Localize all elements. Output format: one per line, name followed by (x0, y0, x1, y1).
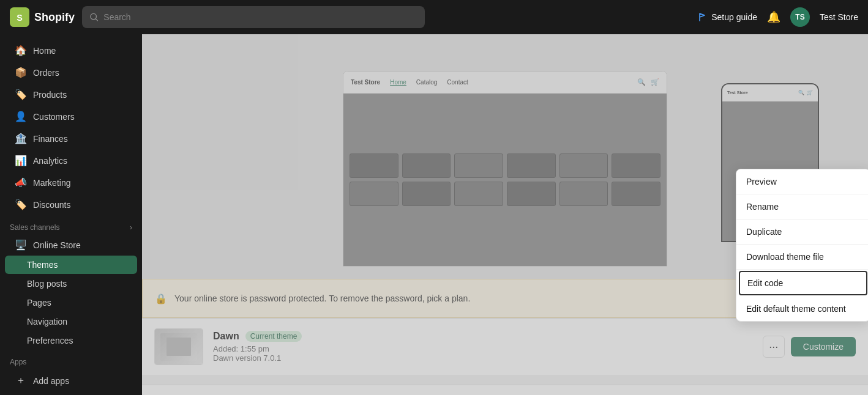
logo[interactable]: S Shopify (10, 7, 75, 27)
svg-text:S: S (17, 13, 23, 23)
search-bar[interactable] (82, 6, 425, 28)
products-icon: 🏷️ (15, 89, 27, 100)
discounts-icon: 🏷️ (15, 199, 27, 210)
download-label: Download theme file (746, 252, 824, 262)
sidebar-item-products[interactable]: 🏷️ Products (5, 84, 137, 105)
marketing-icon: 📣 (15, 177, 27, 188)
sidebar-label-analytics: Analytics (33, 156, 67, 166)
expand-icon[interactable]: › (130, 223, 132, 232)
themes-label: Themes (27, 260, 58, 270)
sidebar-label-discounts: Discounts (33, 200, 70, 210)
search-preview-icon: 🔍 (637, 78, 646, 86)
sidebar-item-marketing[interactable]: 📣 Marketing (5, 172, 137, 193)
nav-home: Home (390, 79, 406, 86)
theme-section: Dawn Current theme Added: 1:55 pm Dawn v… (142, 318, 868, 375)
sidebar-label-marketing: Marketing (33, 178, 70, 188)
sidebar-sub-item-themes[interactable]: Themes (5, 256, 137, 274)
main-layout: 🏠 Home 📦 Orders 🏷️ Products 👤 Customers … (0, 34, 868, 395)
search-icon (89, 12, 99, 22)
sidebar-item-customers[interactable]: 👤 Customers (5, 106, 137, 127)
context-menu-download[interactable]: Download theme file (736, 245, 868, 270)
theme-library-section: Theme library Add theme ▼ (142, 385, 868, 395)
online-store-icon: 🖥️ (15, 239, 27, 251)
context-menu-edit-default[interactable]: Edit default theme content (736, 297, 868, 321)
sidebar-item-finances[interactable]: 🏦 Finances (5, 128, 137, 149)
sidebar-sub-item-blog-posts[interactable]: Blog posts (5, 275, 137, 293)
content-area: Test Store Home Catalog Contact 🔍 🛒 (142, 34, 868, 395)
sidebar-label-customers: Customers (33, 112, 75, 122)
theme-added: Added: 1:55 pm (213, 344, 753, 353)
desktop-preview: Test Store Home Catalog Contact 🔍 🛒 (343, 71, 667, 267)
sidebar-item-online-store[interactable]: 🖥️ Online Store (5, 235, 137, 255)
customize-button[interactable]: Customize (791, 337, 856, 356)
pages-label: Pages (27, 298, 51, 308)
apps-section: Apps (0, 350, 142, 369)
theme-more-button[interactable]: ··· (763, 336, 785, 358)
sales-channels-section: Sales channels › (0, 216, 142, 234)
top-nav-right: Setup guide 🔔 TS Test Store (698, 7, 858, 27)
context-menu-preview[interactable]: Preview (736, 169, 868, 194)
shopify-logo-icon: S (10, 7, 29, 27)
password-message: Your online store is password protected.… (174, 293, 470, 303)
sidebar-sub-item-pages[interactable]: Pages (5, 293, 137, 312)
duplicate-label: Duplicate (746, 227, 782, 237)
sidebar-item-orders[interactable]: 📦 Orders (5, 62, 137, 83)
edit-default-label: Edit default theme content (746, 304, 846, 314)
theme-name-row: Dawn Current theme (213, 331, 753, 342)
sidebar-label-home: Home (33, 46, 56, 56)
finances-icon: 🏦 (15, 133, 27, 144)
sidebar-item-home[interactable]: 🏠 Home (5, 40, 137, 61)
home-icon: 🏠 (15, 45, 27, 56)
sidebar-label-orders: Orders (33, 68, 59, 78)
theme-name: Dawn (213, 331, 239, 342)
search-input[interactable] (103, 12, 417, 22)
browser-bar: Test Store Home Catalog Contact 🔍 🛒 (343, 72, 667, 94)
rename-label: Rename (746, 202, 779, 212)
context-menu-edit-code[interactable]: Edit code (739, 271, 867, 295)
preview-content (343, 94, 667, 266)
svg-line-3 (95, 18, 97, 20)
theme-row: Dawn Current theme Added: 1:55 pm Dawn v… (142, 319, 868, 375)
mobile-browser-bar: Test Store 🔍 🛒 (722, 84, 818, 102)
avatar[interactable]: TS (790, 7, 810, 27)
setup-guide-label: Setup guide (711, 12, 757, 22)
online-store-label: Online Store (33, 240, 81, 250)
top-nav: S Shopify Setup guide 🔔 TS Test Store (0, 0, 868, 34)
blog-posts-label: Blog posts (27, 279, 67, 289)
sidebar-label-products: Products (33, 90, 67, 100)
store-name: Test Store (820, 12, 858, 22)
nav-catalog: Catalog (416, 79, 437, 86)
apps-label: Apps (10, 358, 26, 366)
sidebar-sub-item-preferences[interactable]: Preferences (5, 331, 137, 350)
sidebar: 🏠 Home 📦 Orders 🏷️ Products 👤 Customers … (0, 34, 142, 395)
context-menu: Preview Rename Duplicate Download theme … (736, 169, 868, 322)
lock-icon: 🔒 (155, 293, 167, 305)
nav-contact: Contact (447, 79, 468, 86)
theme-actions: ··· Customize (763, 336, 856, 358)
cart-preview-icon: 🛒 (651, 78, 659, 86)
sidebar-sub-item-navigation[interactable]: Navigation (5, 312, 137, 331)
preferences-label: Preferences (27, 336, 73, 345)
theme-version: Dawn version 7.0.1 (213, 353, 753, 363)
edit-code-label: Edit code (747, 278, 783, 288)
preview-label: Preview (746, 177, 777, 186)
theme-thumbnail (154, 328, 203, 365)
current-theme-badge: Current theme (245, 331, 302, 342)
context-menu-duplicate[interactable]: Duplicate (736, 220, 868, 245)
sidebar-item-discounts[interactable]: 🏷️ Discounts (5, 194, 137, 215)
sales-channels-label: Sales channels (10, 223, 59, 232)
add-apps-label: Add apps (33, 376, 69, 386)
setup-guide-button[interactable]: Setup guide (698, 12, 757, 22)
context-menu-rename[interactable]: Rename (736, 194, 868, 220)
sidebar-item-add-apps[interactable]: ＋ Add apps (5, 369, 137, 392)
theme-thumbnail-inner (155, 329, 203, 364)
sidebar-item-analytics[interactable]: 📊 Analytics (5, 150, 137, 171)
avatar-initials: TS (795, 13, 804, 21)
navigation-label: Navigation (27, 317, 67, 327)
theme-info: Dawn Current theme Added: 1:55 pm Dawn v… (213, 331, 753, 363)
flag-icon (698, 12, 708, 22)
analytics-icon: 📊 (15, 155, 27, 166)
add-apps-icon: ＋ (15, 374, 27, 387)
store-name-preview: Test Store (351, 79, 380, 86)
notifications-icon[interactable]: 🔔 (767, 10, 780, 24)
